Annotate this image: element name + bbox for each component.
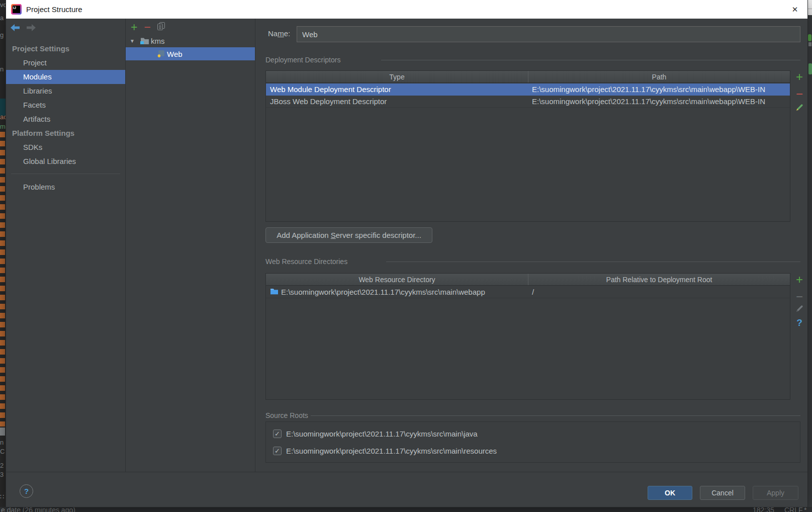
sidebar-item-libraries[interactable]: Libraries bbox=[6, 84, 125, 98]
modules-tree-panel: + − ▼ kms bbox=[126, 19, 255, 472]
apply-button[interactable]: Apply bbox=[753, 486, 798, 500]
table-row[interactable]: Web Module Deployment Descriptor E:\suom… bbox=[266, 83, 790, 96]
dialog-footer: ? OK Cancel Apply bbox=[6, 472, 807, 507]
tree-node-web-facet[interactable]: Web bbox=[126, 47, 255, 60]
sidebar-item-problems[interactable]: Problems bbox=[6, 180, 125, 194]
add-app-server-descriptor-button[interactable]: Add Application Server specific descript… bbox=[265, 227, 432, 243]
tree-node-label: kms bbox=[151, 37, 165, 45]
bg-text-fragment: g bbox=[0, 31, 4, 39]
collapse-arrow-icon[interactable]: ▼ bbox=[126, 38, 139, 44]
tree-node-kms[interactable]: ▼ kms bbox=[126, 34, 255, 47]
sidebar-header-platform-settings: Platform Settings bbox=[6, 126, 125, 140]
name-label: Name: bbox=[268, 29, 290, 38]
source-root-path: E:\suomingwork\project\2021.11.17\cyykms… bbox=[286, 447, 497, 455]
descriptor-path: E:\suomingwork\project\2021.11.17\cyykms… bbox=[532, 96, 765, 107]
bg-text-fragment: 2 bbox=[0, 462, 4, 469]
sidebar-header-project-settings: Project Settings bbox=[6, 42, 125, 56]
deployment-descriptors-table: Type Path Web Module Deployment Descript… bbox=[265, 70, 790, 222]
bg-gray-block bbox=[0, 428, 5, 436]
forward-icon[interactable] bbox=[26, 24, 36, 34]
descriptor-type: Web Module Deployment Descriptor bbox=[270, 83, 391, 96]
checkbox-checked-icon[interactable]: ✓ bbox=[273, 447, 282, 455]
table-header: Type Path bbox=[266, 71, 790, 83]
add-module-icon[interactable]: + bbox=[131, 22, 137, 32]
source-root-row[interactable]: ✓ E:\suomingwork\project\2021.11.17\cyyk… bbox=[273, 426, 478, 441]
section-line bbox=[311, 415, 800, 416]
help-button[interactable]: ? bbox=[20, 484, 33, 498]
source-roots-box: ✓ E:\suomingwork\project\2021.11.17\cyyk… bbox=[265, 421, 800, 463]
back-icon[interactable] bbox=[10, 24, 20, 34]
sidebar-item-sdks[interactable]: SDKs bbox=[6, 140, 125, 154]
ok-button[interactable]: OK bbox=[648, 486, 692, 500]
tree-node-label: Web bbox=[167, 50, 183, 58]
source-root-row[interactable]: ✓ E:\suomingwork\project\2021.11.17\cyyk… bbox=[273, 443, 497, 458]
sidebar-item-global-libraries[interactable]: Global Libraries bbox=[6, 154, 125, 168]
background-ide-right-strip bbox=[807, 0, 812, 507]
column-header-path-relative[interactable]: Path Relative to Deployment Root bbox=[528, 274, 790, 285]
remove-web-resource-icon[interactable]: − bbox=[793, 292, 805, 302]
bg-text-fragment: n bbox=[0, 439, 4, 446]
section-line bbox=[386, 262, 800, 262]
web-resource-directory-path: E:\suomingwork\project\2021.11.17\cyykms… bbox=[281, 286, 485, 298]
bg-pencil-icon bbox=[808, 63, 812, 74]
bg-dots-icon: ∷ bbox=[0, 493, 4, 500]
settings-sidebar: Project Settings Project Modules Librari… bbox=[6, 19, 126, 472]
sidebar-divider bbox=[11, 174, 120, 174]
web-resource-directories-title: Web Resource Directories bbox=[265, 258, 347, 266]
add-descriptor-icon[interactable]: + bbox=[793, 72, 805, 82]
sidebar-item-facets[interactable]: Facets bbox=[6, 98, 125, 112]
bg-text-fragment: n bbox=[0, 65, 4, 73]
bg-gray-icon bbox=[808, 42, 811, 46]
table-row[interactable]: JBoss Web Deployment Descriptor E:\suomi… bbox=[266, 96, 790, 108]
intellij-logo-text: IJ bbox=[13, 6, 20, 13]
close-icon[interactable]: ✕ bbox=[789, 4, 800, 15]
ide-status-bar: e date (26 minutes ago) 182:35 CRLF * bbox=[0, 507, 812, 512]
help-icon[interactable]: ? bbox=[793, 317, 805, 328]
section-line bbox=[381, 60, 800, 60]
column-header-type[interactable]: Type bbox=[266, 71, 528, 82]
module-folder-icon bbox=[139, 37, 151, 44]
descriptor-path: E:\suomingwork\project\2021.11.17\cyykms… bbox=[532, 83, 765, 96]
remove-module-icon[interactable]: − bbox=[144, 22, 150, 32]
module-name-input[interactable] bbox=[297, 26, 800, 42]
folder-icon bbox=[270, 286, 278, 298]
sidebar-item-artifacts[interactable]: Artifacts bbox=[6, 112, 125, 126]
column-header-path[interactable]: Path bbox=[528, 71, 790, 82]
add-web-resource-icon[interactable]: + bbox=[793, 275, 805, 285]
deployment-descriptors-title: Deployment Descriptors bbox=[265, 56, 340, 64]
edit-descriptor-icon[interactable] bbox=[793, 103, 805, 112]
checkbox-checked-icon[interactable]: ✓ bbox=[273, 430, 282, 438]
source-roots-title: Source Roots bbox=[265, 411, 308, 419]
bg-text-fragment: m bbox=[0, 123, 6, 130]
descriptor-type: JBoss Web Deployment Descriptor bbox=[270, 96, 387, 107]
bg-text-fragment: a bbox=[0, 14, 4, 22]
table-header: Web Resource Directory Path Relative to … bbox=[266, 274, 790, 286]
bg-text-fragment: C bbox=[0, 448, 5, 455]
module-detail-panel: Name: Deployment Descriptors Type Path W… bbox=[255, 19, 807, 472]
sidebar-item-project[interactable]: Project bbox=[6, 56, 125, 70]
bg-text-fragment: 3 bbox=[0, 471, 4, 478]
remove-descriptor-icon[interactable]: − bbox=[793, 89, 805, 99]
edit-web-resource-icon[interactable] bbox=[793, 304, 805, 313]
dialog-title: Project Structure bbox=[26, 0, 82, 19]
source-root-path: E:\suomingwork\project\2021.11.17\cyykms… bbox=[286, 430, 478, 438]
table-row[interactable]: E:\suomingwork\project\2021.11.17\cyykms… bbox=[266, 286, 790, 298]
dialog-titlebar: IJ Project Structure ✕ bbox=[6, 0, 807, 19]
intellij-logo-icon: IJ bbox=[11, 4, 22, 15]
cancel-button[interactable]: Cancel bbox=[700, 486, 745, 500]
copy-module-icon[interactable] bbox=[157, 22, 165, 33]
bg-green-icon bbox=[808, 34, 811, 41]
relative-path: / bbox=[532, 286, 534, 298]
bg-orange-file-stripes bbox=[0, 132, 5, 426]
project-structure-dialog: IJ Project Structure ✕ Project Settings … bbox=[6, 0, 807, 507]
web-facet-icon bbox=[155, 50, 167, 58]
sidebar-item-modules[interactable]: Modules bbox=[6, 70, 125, 84]
column-header-web-resource-directory[interactable]: Web Resource Directory bbox=[266, 274, 528, 285]
bg-white-edge bbox=[807, 0, 812, 15]
web-resource-directories-table: Web Resource Directory Path Relative to … bbox=[265, 273, 790, 400]
